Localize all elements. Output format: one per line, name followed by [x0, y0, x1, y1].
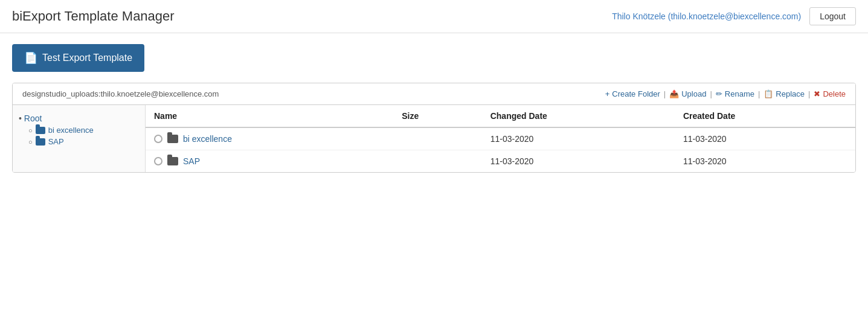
cell-changed-1: 11-03-2020: [482, 150, 675, 173]
panel-body: Root bi excellence SAP: [13, 105, 855, 172]
tree-item-sap-label: SAP: [48, 137, 64, 146]
col-name: Name: [146, 105, 393, 127]
replace-icon: 📋: [764, 89, 773, 98]
delete-icon: ✖: [814, 89, 820, 98]
test-export-icon: 📄: [24, 51, 37, 65]
logout-button[interactable]: Logout: [809, 7, 856, 25]
replace-action[interactable]: 📋 Replace: [764, 89, 805, 98]
separator-4: |: [808, 89, 810, 98]
create-folder-label: Create Folder: [612, 89, 660, 98]
upload-icon: 📤: [669, 89, 679, 98]
header: biExport Template Manager Thilo Knötzele…: [0, 0, 868, 33]
header-right: Thilo Knötzele (thilo.knoetzele@biexcell…: [612, 7, 856, 25]
tree-item-sap[interactable]: SAP: [28, 137, 139, 146]
separator-2: |: [710, 89, 712, 98]
table-row[interactable]: bi excellence 11-03-2020 11-03-2020: [146, 127, 855, 150]
tree-item-bi-excellence[interactable]: bi excellence: [28, 126, 139, 135]
tree-root-label[interactable]: Root: [19, 114, 42, 123]
replace-label: Replace: [776, 89, 805, 98]
cell-size-1: [393, 150, 481, 173]
create-folder-icon: +: [605, 89, 610, 98]
file-table-body: bi excellence 11-03-2020 11-03-2020 SAP …: [146, 127, 855, 172]
cell-name-0[interactable]: bi excellence: [146, 127, 393, 150]
create-folder-action[interactable]: + Create Folder: [605, 89, 660, 98]
test-export-button[interactable]: 📄 Test Export Template: [12, 44, 144, 72]
tree-root-list: Root bi excellence SAP: [19, 114, 139, 146]
folder-icon-bi: [36, 127, 45, 134]
rename-label: Rename: [725, 89, 754, 98]
row-folder-icon-1: [167, 157, 178, 165]
panel-actions: + Create Folder | 📤 Upload | ✏ Rename | …: [605, 89, 846, 98]
row-name-label-1: SAP: [183, 156, 200, 166]
tree-root-item: Root bi excellence SAP: [19, 114, 139, 146]
cell-size-0: [393, 127, 481, 150]
cell-changed-0: 11-03-2020: [482, 127, 675, 150]
rename-icon: ✏: [716, 89, 722, 98]
cell-created-1: 11-03-2020: [675, 150, 855, 173]
tree-item-bi-excellence-label: bi excellence: [48, 126, 94, 135]
main-content: 📄 Test Export Template designstudio_uplo…: [0, 33, 868, 184]
delete-action[interactable]: ✖ Delete: [814, 89, 846, 98]
file-table: Name Size Changed Date Created Date bi e…: [146, 105, 855, 172]
row-name-label-0: bi excellence: [183, 134, 232, 144]
table-row[interactable]: SAP 11-03-2020 11-03-2020: [146, 150, 855, 173]
table-header-row: Name Size Changed Date Created Date: [146, 105, 855, 127]
separator-3: |: [758, 89, 760, 98]
panel-toolbar: designstudio_uploads:thilo.knoetzele@bie…: [13, 83, 855, 105]
col-size: Size: [393, 105, 481, 127]
file-manager-panel: designstudio_uploads:thilo.knoetzele@bie…: [12, 83, 856, 173]
panel-path: designstudio_uploads:thilo.knoetzele@bie…: [22, 89, 219, 98]
delete-label: Delete: [823, 89, 846, 98]
cell-created-0: 11-03-2020: [675, 127, 855, 150]
separator-1: |: [664, 89, 666, 98]
tree-panel: Root bi excellence SAP: [13, 105, 146, 172]
user-info: Thilo Knötzele (thilo.knoetzele@biexcell…: [612, 11, 801, 21]
rename-action[interactable]: ✏ Rename: [716, 89, 754, 98]
upload-action[interactable]: 📤 Upload: [669, 89, 706, 98]
folder-icon-sap: [36, 138, 45, 146]
test-export-label: Test Export Template: [42, 53, 132, 63]
row-radio-1[interactable]: [154, 157, 162, 165]
upload-label: Upload: [681, 89, 706, 98]
file-table-wrap: Name Size Changed Date Created Date bi e…: [146, 105, 855, 172]
tree-children-list: bi excellence SAP: [28, 126, 139, 146]
app-title: biExport Template Manager: [12, 8, 175, 24]
cell-name-1[interactable]: SAP: [146, 150, 393, 173]
row-folder-icon-0: [167, 135, 178, 143]
col-changed-date: Changed Date: [482, 105, 675, 127]
col-created-date: Created Date: [675, 105, 855, 127]
row-radio-0[interactable]: [154, 135, 162, 143]
